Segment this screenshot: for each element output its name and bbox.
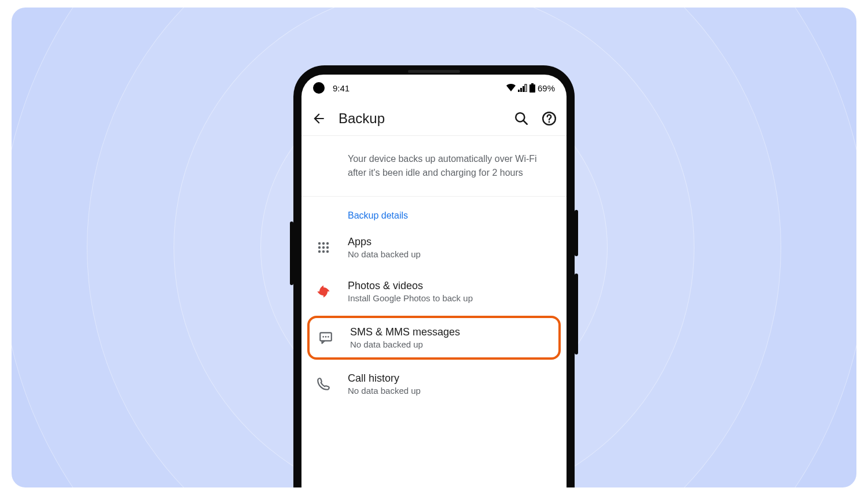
svg-point-14 [322, 246, 325, 249]
status-icons: 69% [506, 83, 555, 93]
backup-info-text: Your device backs up automatically over … [301, 136, 567, 197]
svg-line-7 [523, 120, 527, 124]
svg-point-11 [322, 242, 325, 245]
svg-rect-2 [523, 86, 524, 92]
item-subtitle: No data backed up [350, 339, 553, 349]
photos-icon [315, 283, 332, 300]
wifi-icon [506, 84, 516, 92]
backup-item-photos[interactable]: Photos & videos Install Google Photos to… [301, 269, 567, 313]
svg-point-17 [322, 250, 325, 253]
phone-icon [316, 376, 331, 391]
item-subtitle: No data backed up [348, 249, 555, 259]
search-icon [514, 111, 529, 126]
signal-icon [518, 84, 527, 92]
phone-side-button [290, 221, 293, 285]
svg-point-12 [326, 242, 329, 245]
phone-screen: 9:41 69% Backup [301, 75, 567, 487]
help-button[interactable] [541, 110, 557, 127]
status-battery: 69% [538, 83, 555, 93]
apps-icon [317, 241, 330, 254]
svg-point-20 [322, 336, 324, 338]
background-canvas: 9:41 69% Backup [12, 8, 856, 487]
battery-icon [529, 83, 535, 93]
phone-frame: 9:41 69% Backup [293, 65, 575, 487]
svg-point-15 [326, 246, 329, 249]
message-icon [318, 330, 333, 345]
phone-earpiece [408, 70, 460, 73]
svg-point-22 [328, 336, 329, 338]
svg-rect-0 [518, 90, 520, 92]
phone-side-button [575, 210, 578, 256]
svg-point-21 [325, 336, 327, 338]
item-title: Photos & videos [348, 280, 555, 292]
back-button[interactable] [311, 110, 327, 127]
svg-point-16 [318, 250, 321, 253]
svg-rect-3 [525, 84, 527, 92]
backup-item-sms-mms[interactable]: SMS & MMS messages No data backed up [307, 316, 561, 360]
item-title: Call history [348, 372, 555, 385]
svg-point-9 [549, 121, 550, 123]
item-title: Apps [348, 236, 555, 248]
svg-point-18 [326, 250, 329, 253]
phone-side-button [575, 274, 578, 354]
backup-item-apps[interactable]: Apps No data backed up [301, 226, 567, 269]
arrow-left-icon [311, 111, 326, 126]
section-backup-details: Backup details [301, 197, 567, 226]
front-camera [313, 82, 325, 94]
status-bar: 9:41 69% [301, 75, 567, 101]
svg-rect-5 [529, 84, 535, 93]
item-subtitle: Install Google Photos to back up [348, 293, 555, 303]
item-title: SMS & MMS messages [350, 326, 553, 338]
search-button[interactable] [513, 110, 529, 127]
svg-rect-4 [531, 83, 534, 84]
item-subtitle: No data backed up [348, 386, 555, 396]
status-time: 9:41 [333, 83, 350, 93]
app-bar: Backup [301, 101, 567, 136]
svg-point-10 [318, 242, 321, 245]
svg-rect-1 [520, 88, 522, 92]
svg-point-13 [318, 246, 321, 249]
page-title: Backup [339, 110, 502, 127]
help-icon [542, 111, 557, 126]
backup-item-call-history[interactable]: Call history No data backed up [301, 362, 567, 406]
